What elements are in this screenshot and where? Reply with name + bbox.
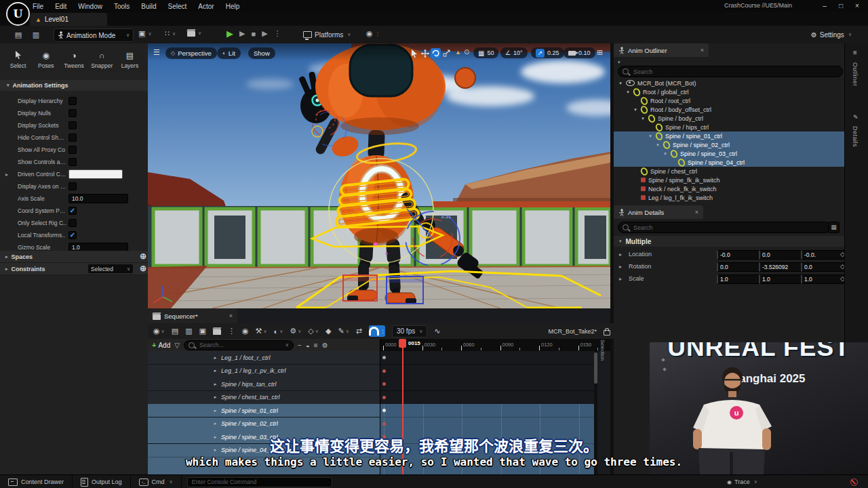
cmd-select[interactable]: ›_ Cmd ∨ [131, 475, 182, 488]
menu-window[interactable]: Window [78, 3, 102, 10]
misc-tools-button[interactable]: ◉ ⋮ [366, 29, 380, 38]
expander-icon[interactable]: ▾ [655, 142, 660, 148]
anim-details-tab[interactable]: Anim Details × [614, 205, 703, 219]
tree-item[interactable]: ▾Root / global_ctrl [614, 87, 844, 96]
tree-item[interactable]: Spine / hips_ctrl [614, 123, 844, 131]
browse-content-icon[interactable]: ▥ [30, 29, 42, 40]
cinematics-button[interactable]: ∨ [187, 29, 201, 37]
console-command-input[interactable] [187, 477, 332, 487]
track-options-gear-icon[interactable]: ⚙ [322, 342, 328, 349]
world-icon[interactable]: ◉∨ [153, 327, 165, 336]
anim-outliner-tab[interactable]: Anim Outliner × [614, 43, 709, 57]
checkbox[interactable] [68, 134, 77, 142]
sequencer-search-input[interactable] [198, 341, 281, 349]
save-icon[interactable]: ▤ [172, 327, 178, 336]
expander-icon[interactable]: ▾ [618, 81, 623, 86]
close-icon[interactable]: × [695, 209, 698, 216]
details-search-input[interactable] [632, 224, 826, 232]
maximize-button[interactable]: □ [835, 1, 846, 11]
multiple-section-header[interactable]: ▾ Multiple [614, 236, 850, 247]
menu-build[interactable]: Build [141, 3, 156, 10]
menu-edit[interactable]: Edit [55, 3, 66, 10]
tree-item[interactable]: Spine / spine_04_ctrl [614, 158, 844, 167]
checkbox[interactable] [68, 219, 77, 227]
details-strip-icon[interactable]: ✎ [853, 114, 859, 121]
unreal-logo-icon[interactable]: U [6, 2, 30, 26]
tree-item[interactable]: ▾Spine / spine_03_ctrl [614, 149, 844, 158]
track-keys-cell[interactable] [380, 418, 595, 431]
outliner-search-input[interactable] [632, 68, 838, 76]
pill-icon[interactable]: ◒ [306, 342, 310, 349]
world-orientation-icon[interactable]: ⊙ [464, 48, 469, 56]
output-log-button[interactable]: Output Log [73, 475, 131, 488]
expander-icon[interactable]: ▾ [663, 151, 668, 157]
track-row[interactable]: ▸Spine / spine_02_ctrl [148, 418, 610, 431]
checkbox[interactable]: ✓ [68, 207, 77, 215]
viewport-menu-icon[interactable]: ☰ [153, 48, 160, 57]
detail-value-x[interactable] [717, 262, 761, 272]
save-icon[interactable]: ▤ [12, 29, 24, 40]
close-icon[interactable]: × [701, 47, 704, 54]
play-options-icon[interactable]: ⋮ [274, 29, 281, 38]
lit-select[interactable]: ◐ Lit [217, 47, 241, 59]
tab-level01[interactable]: ▲ Level01 [30, 13, 107, 26]
expander-icon[interactable]: ▾ [633, 107, 638, 113]
select-tool[interactable] [409, 48, 419, 58]
playback-options-icon[interactable]: ⚙∨ [290, 327, 301, 336]
tool-snapper[interactable]: ∩Snapper [90, 49, 115, 75]
menu-help[interactable]: Help [226, 3, 240, 10]
save-as-icon[interactable]: ▥ [185, 327, 192, 336]
tool-poses[interactable]: ◉Poses [33, 49, 58, 75]
detail-value-y[interactable] [759, 250, 803, 260]
tools-icon[interactable]: ⚒∨ [256, 327, 267, 336]
keyframe-dot[interactable] [382, 369, 386, 373]
grid-snap-control[interactable]: ▦ 50 [473, 47, 498, 58]
view-options-icon[interactable]: ◐∨ [274, 327, 283, 336]
tree-item[interactable]: ▾Root / body_offset_ctrl [614, 105, 844, 114]
detail-value-y[interactable] [759, 274, 803, 284]
show-select[interactable]: Show [248, 47, 275, 59]
menu-file[interactable]: File [33, 3, 43, 10]
expander-icon[interactable]: ▸ [212, 355, 218, 361]
tree-item[interactable]: Neck / neck_fk_ik_switch [614, 184, 844, 193]
stop-button[interactable]: ■ [251, 30, 256, 38]
tree-item[interactable]: Spine / chest_ctrl [614, 167, 844, 176]
settings-button[interactable]: ⚙ Settings ∨ [811, 28, 852, 41]
rotate-tool[interactable] [431, 48, 441, 58]
snap-toggle[interactable]: ⋮ [369, 325, 385, 337]
tree-item[interactable]: ▾Spine / spine_01_ctrl [614, 131, 844, 140]
scale-tool[interactable] [441, 48, 452, 58]
tree-collapse-icon[interactable]: ▾ [618, 60, 620, 65]
expand-icon[interactable]: ▸ [619, 276, 622, 282]
fps-select[interactable]: 30 fps∨ [392, 325, 427, 338]
platforms-button[interactable]: Platforms ∨ [303, 28, 351, 41]
perspective-select[interactable]: ◇ Perspective [165, 47, 217, 59]
outliner-strip-icon[interactable]: ≡ [853, 49, 857, 56]
create-actor-button[interactable]: ▣∨ [138, 29, 152, 38]
detail-value-x[interactable] [717, 250, 761, 260]
autokey-icon[interactable]: ◆ [326, 327, 331, 336]
checkbox[interactable] [68, 146, 77, 154]
tree-item[interactable]: Leg / leg_l_fk_ik_switch [614, 193, 844, 202]
camera-speed-control[interactable]: 0.10 [564, 47, 595, 58]
track-keys-cell[interactable] [380, 365, 595, 378]
details-filter-icon[interactable]: ▦ [828, 222, 840, 233]
keyframe-dot[interactable] [382, 409, 386, 412]
spaces-section[interactable]: ▸ Spaces ⊕ [0, 251, 153, 263]
keyframe-dot[interactable] [382, 356, 386, 359]
track-keys-cell[interactable] [380, 351, 595, 365]
expander-icon[interactable]: ▾ [625, 89, 631, 95]
checkbox[interactable] [68, 121, 77, 129]
add-camera-icon[interactable]: ▣ [199, 327, 206, 336]
revision-control-icon[interactable] [850, 479, 858, 486]
checkbox[interactable]: ✓ [68, 231, 77, 239]
straight-key-icon[interactable]: − [298, 342, 302, 349]
edit-options-icon[interactable]: ✎∨ [338, 327, 349, 336]
expand-icon[interactable]: ▸ [619, 264, 622, 270]
frame-skip-button[interactable]: ▶ [239, 29, 245, 38]
menu-actor[interactable]: Actor [198, 3, 214, 10]
checkbox[interactable] [68, 182, 77, 190]
expander-icon[interactable]: ▸ [212, 368, 218, 373]
filter-icon[interactable]: ▽ [174, 342, 180, 349]
add-constraint-button[interactable]: ⊕ [140, 264, 148, 272]
